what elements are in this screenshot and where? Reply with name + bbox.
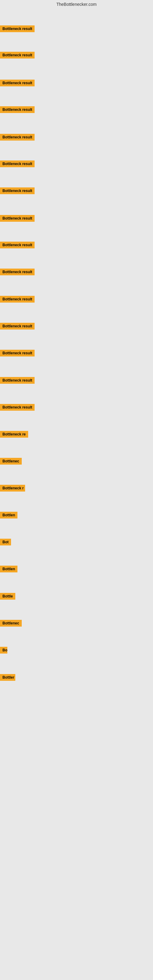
bottleneck-item-5: Bottleneck result [0, 134, 35, 142]
bottleneck-item-25: Bottler [0, 674, 15, 682]
bottleneck-item-23: Bottlenec [0, 620, 22, 628]
bottleneck-item-8: Bottleneck result [0, 215, 35, 223]
bottleneck-badge-8[interactable]: Bottleneck result [0, 215, 35, 222]
bottleneck-badge-23[interactable]: Bottlenec [0, 620, 22, 627]
bottleneck-badge-7[interactable]: Bottleneck result [0, 188, 35, 194]
bottleneck-badge-15[interactable]: Bottleneck result [0, 404, 35, 411]
bottleneck-badge-25[interactable]: Bottler [0, 674, 15, 681]
bottleneck-item-14: Bottleneck result [0, 377, 35, 385]
bottleneck-item-7: Bottleneck result [0, 188, 35, 196]
bottleneck-badge-24[interactable]: Bo [0, 647, 7, 654]
bottleneck-item-13: Bottleneck result [0, 350, 35, 358]
bottleneck-badge-12[interactable]: Bottleneck result [0, 323, 35, 329]
bottleneck-item-18: Bottleneck r [0, 485, 25, 493]
bottleneck-item-22: Bottle [0, 593, 15, 601]
bottleneck-badge-9[interactable]: Bottleneck result [0, 242, 35, 248]
bottleneck-badge-6[interactable]: Bottleneck result [0, 161, 35, 167]
bottleneck-item-11: Bottleneck result [0, 296, 35, 304]
bottleneck-badge-3[interactable]: Bottleneck result [0, 80, 35, 86]
bottleneck-badge-21[interactable]: Bottlen [0, 566, 18, 573]
bottleneck-item-21: Bottlen [0, 566, 18, 574]
bottleneck-item-3: Bottleneck result [0, 80, 35, 88]
bottleneck-badge-2[interactable]: Bottleneck result [0, 52, 35, 59]
bottleneck-badge-20[interactable]: Bot [0, 539, 11, 546]
bottleneck-item-24: Bo [0, 647, 7, 655]
bottleneck-item-12: Bottleneck result [0, 323, 35, 331]
bottleneck-item-10: Bottleneck result [0, 269, 35, 277]
bottleneck-badge-1[interactable]: Bottleneck result [0, 25, 35, 32]
bottleneck-item-19: Bottlen [0, 512, 18, 520]
bottleneck-item-15: Bottleneck result [0, 404, 35, 412]
bottleneck-badge-16[interactable]: Bottleneck re [0, 431, 28, 438]
bottleneck-badge-11[interactable]: Bottleneck result [0, 296, 35, 302]
bottleneck-item-4: Bottleneck result [0, 106, 35, 114]
bottleneck-badge-13[interactable]: Bottleneck result [0, 350, 35, 356]
bottleneck-item-17: Bottlenec [0, 458, 22, 466]
bottleneck-item-2: Bottleneck result [0, 52, 35, 60]
bottleneck-badge-18[interactable]: Bottleneck r [0, 485, 25, 492]
site-title: TheBottlenecker.com [0, 0, 153, 8]
bottleneck-badge-10[interactable]: Bottleneck result [0, 269, 35, 275]
bottleneck-item-6: Bottleneck result [0, 161, 35, 169]
bottleneck-badge-17[interactable]: Bottlenec [0, 458, 22, 465]
bottleneck-badge-4[interactable]: Bottleneck result [0, 106, 35, 113]
bottleneck-item-20: Bot [0, 539, 11, 547]
bottleneck-badge-19[interactable]: Bottlen [0, 512, 18, 519]
bottleneck-badge-22[interactable]: Bottle [0, 593, 15, 600]
bottleneck-item-1: Bottleneck result [0, 25, 35, 33]
bottleneck-item-16: Bottleneck re [0, 431, 28, 439]
bottleneck-badge-5[interactable]: Bottleneck result [0, 134, 35, 140]
bottleneck-badge-14[interactable]: Bottleneck result [0, 377, 35, 384]
bottleneck-item-9: Bottleneck result [0, 242, 35, 250]
